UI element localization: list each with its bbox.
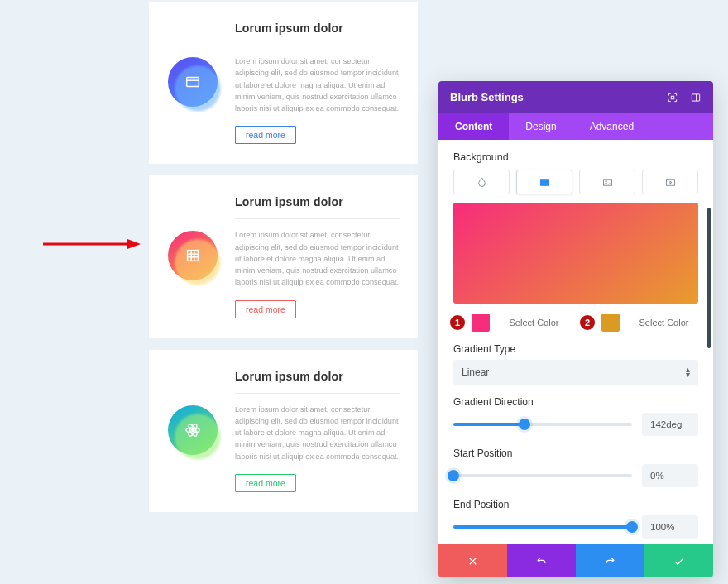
bg-tab-color[interactable] [453,170,510,194]
svg-marker-20 [669,181,671,184]
annotation-badge-2: 2 [580,315,595,330]
color-swatch-1[interactable] [472,314,490,332]
card-body: Lorem ipsum dolor sit amet, consectetur … [235,55,400,114]
chevron-updown-icon: ▴▾ [686,367,690,377]
divider [235,393,400,394]
field-gradient-type: Gradient Type Linear ▴▾ [453,343,698,385]
panel-header[interactable]: Blurb Settings [438,81,713,113]
divider [235,218,400,219]
droplet-icon [476,176,488,189]
card-icon-circle [168,231,218,280]
field-start-position: Start Position 0% [453,448,698,487]
read-more-button[interactable]: read more [235,300,296,318]
blurb-media [167,194,218,318]
gradient-preview [453,203,698,304]
undo-button[interactable] [507,544,576,577]
svg-rect-19 [666,179,674,185]
tab-content[interactable]: Content [438,113,509,140]
svg-rect-13 [671,96,674,99]
redo-button[interactable] [576,544,644,577]
blurb-card[interactable]: Lorum ipsum dolor Lorem ipsum dolor sit … [149,350,418,512]
tab-advanced[interactable]: Advanced [573,113,650,140]
module-settings-panel: Blurb Settings Content Design Advanced B… [438,81,713,577]
image-icon [601,176,614,189]
undo-icon [535,555,548,567]
card-title: Lorum ipsum dolor [235,195,400,208]
grid-icon [184,247,202,265]
color-swatch-2[interactable] [601,314,620,332]
gradient-direction-value[interactable]: 142deg [642,413,698,436]
svg-rect-4 [188,251,199,261]
svg-point-9 [192,428,194,431]
close-icon [467,555,479,567]
bg-tab-image[interactable] [579,170,635,194]
read-more-button[interactable]: read more [235,474,296,492]
check-icon [673,555,685,567]
expand-icon[interactable] [667,92,678,103]
preview-column: Lorum ipsum dolor Lorem ipsum dolor sit … [149,0,418,584]
field-label: End Position [453,499,698,510]
scrollbar[interactable] [707,208,711,348]
bg-tab-video[interactable] [642,170,698,194]
svg-point-18 [605,180,606,182]
sidebar-toggle-icon[interactable] [690,92,702,103]
start-position-value[interactable]: 0% [642,464,698,487]
annotation-badge-1: 1 [450,315,465,330]
gradient-direction-slider[interactable] [453,423,632,426]
video-icon [664,176,677,189]
gradient-icon [539,176,551,189]
blurb-media [167,368,218,492]
field-label: Gradient Direction [453,396,698,408]
annotation-arrow [41,237,141,251]
cancel-button[interactable] [438,544,507,577]
gradient-color-1[interactable]: 1 Select Color [450,314,572,332]
start-position-slider[interactable] [453,474,632,477]
card-body: Lorem ipsum dolor sit amet, consectetur … [235,229,400,288]
field-label: Start Position [453,448,698,459]
panel-body: Background 1 Select Color 2 [438,140,713,544]
select-color-label: Select Color [496,318,572,328]
divider [235,45,400,45]
redo-icon [604,555,616,567]
read-more-button[interactable]: read more [235,126,296,144]
panel-title: Blurb Settings [450,91,524,103]
end-position-slider[interactable] [453,525,632,529]
field-label: Gradient Type [453,343,698,355]
card-icon-circle [168,405,218,455]
svg-rect-2 [187,78,199,87]
section-label-background: Background [453,151,698,163]
atom-icon [184,421,202,439]
field-end-position: End Position 100% [453,499,698,539]
card-icon-circle [168,57,218,107]
blurb-meta: Lorum ipsum dolor Lorem ipsum dolor sit … [235,20,400,144]
card-icon [184,73,202,91]
gradient-color-2[interactable]: 2 Select Color [580,314,702,332]
svg-marker-1 [127,239,141,249]
card-title: Lorum ipsum dolor [235,370,400,383]
field-gradient-direction: Gradient Direction 142deg [453,396,698,436]
blurb-meta: Lorum ipsum dolor Lorem ipsum dolor sit … [235,368,400,492]
bg-tab-gradient[interactable] [516,170,572,194]
save-button[interactable] [644,544,713,577]
select-color-label: Select Color [626,318,702,328]
gradient-type-select[interactable]: Linear ▴▾ [453,360,698,385]
card-body: Lorem ipsum dolor sit amet, consectetur … [235,404,400,462]
select-value: Linear [462,366,489,378]
blurb-card[interactable]: Lorum ipsum dolor Lorem ipsum dolor sit … [149,175,418,337]
svg-rect-14 [692,93,699,100]
gradient-colors-row: 1 Select Color 2 Select Color [438,314,713,332]
blurb-meta: Lorum ipsum dolor Lorem ipsum dolor sit … [235,194,400,318]
panel-footer [438,544,713,577]
tab-design[interactable]: Design [509,113,572,140]
blurb-card[interactable]: Lorum ipsum dolor Lorem ipsum dolor sit … [149,2,418,164]
panel-tabs: Content Design Advanced [438,113,713,140]
blurb-media [167,20,218,144]
card-title: Lorum ipsum dolor [235,22,400,35]
background-type-tabs [453,170,698,194]
end-position-value[interactable]: 100% [642,515,698,539]
